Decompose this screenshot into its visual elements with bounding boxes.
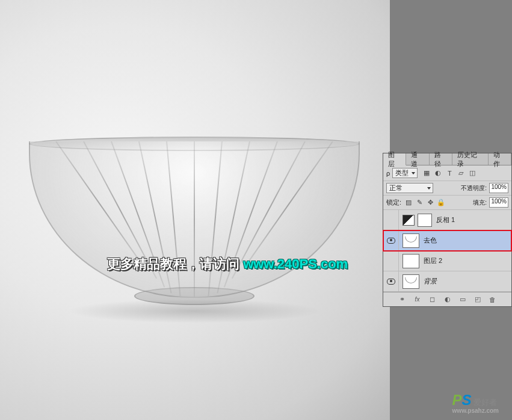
bowl-body: [29, 141, 360, 298]
shape-filter-icon[interactable]: ▱: [457, 168, 465, 178]
layer-item-layer2[interactable]: 图层 2: [383, 251, 511, 271]
visibility-toggle[interactable]: [383, 251, 399, 271]
trash-icon[interactable]: 🗑: [488, 295, 498, 304]
text-filter-icon[interactable]: T: [445, 168, 454, 178]
layer-name[interactable]: 图层 2: [422, 256, 511, 265]
blend-mode-dropdown[interactable]: 正常: [386, 183, 433, 193]
adjustment-icon[interactable]: ◐: [443, 295, 452, 304]
layer-item-desaturate[interactable]: 去色: [383, 230, 511, 251]
layer-mask-thumb[interactable]: [418, 214, 432, 227]
layer-item-background[interactable]: 背景: [383, 271, 511, 292]
layer-name[interactable]: 去色: [422, 236, 511, 245]
lock-row: 锁定: ▨ ✎ ✥ 🔒 填充: 100%: [383, 196, 511, 210]
opacity-input[interactable]: 100%: [489, 183, 508, 193]
visibility-toggle[interactable]: [383, 230, 399, 250]
bowl-shadow: [68, 299, 321, 323]
canvas-workspace[interactable]: 更多精品教程，请访问 www.240PS.com: [0, 0, 390, 420]
layers-list: 反相 1 去色 图层 2 背景: [383, 210, 511, 292]
panel-footer: ⚭ fx ◻ ◐ ▭ ◰ 🗑: [383, 292, 511, 306]
bowl-ridges: [30, 141, 359, 297]
eye-icon: [387, 279, 395, 285]
tab-channels[interactable]: 通道: [406, 153, 429, 165]
layers-panel: 图层 通道 路径 历史记录 动作 ρ 类型 ▦ ◐ T ▱ ◫ 正常 不透明度:…: [383, 153, 512, 307]
image-filter-icon[interactable]: ▦: [422, 168, 431, 178]
visibility-toggle[interactable]: [383, 210, 399, 230]
blend-row: 正常 不透明度: 100%: [383, 181, 511, 196]
fill-label: 填充:: [473, 199, 487, 207]
layer-thumb[interactable]: [403, 254, 419, 268]
filter-type-dropdown[interactable]: 类型: [392, 168, 418, 178]
layer-name[interactable]: 背景: [422, 277, 511, 286]
lock-position-icon[interactable]: ✥: [425, 198, 435, 208]
logo-s: S: [462, 392, 472, 408]
layer-item-invert[interactable]: 反相 1: [383, 210, 511, 230]
tab-paths[interactable]: 路径: [430, 153, 452, 165]
tab-actions[interactable]: 动作: [489, 153, 511, 165]
layer-name[interactable]: 反相 1: [435, 215, 511, 224]
logo-p: P: [452, 392, 462, 408]
fill-input[interactable]: 100%: [489, 197, 508, 208]
adjustment-thumb-icon: [403, 215, 415, 226]
lock-transparency-icon[interactable]: ▨: [404, 198, 413, 208]
lock-label: 锁定:: [386, 198, 401, 207]
visibility-toggle[interactable]: [383, 271, 399, 291]
eye-icon: [387, 238, 395, 244]
logo-site: www.psahz.com: [452, 407, 499, 414]
adjustment-filter-icon[interactable]: ◐: [434, 168, 442, 178]
tab-layers[interactable]: 图层: [383, 153, 406, 165]
logo-sub: 爱好者: [473, 398, 497, 407]
bowl-image: [29, 141, 360, 328]
filter-row: ρ 类型 ▦ ◐ T ▱ ◫: [383, 165, 511, 181]
layer-thumb[interactable]: [403, 274, 419, 289]
watermark-prefix: 更多精品教程，请访问: [107, 256, 243, 271]
new-layer-icon[interactable]: ◰: [473, 295, 483, 304]
opacity-label: 不透明度:: [461, 184, 487, 193]
lock-pixels-icon[interactable]: ✎: [415, 198, 424, 208]
tab-history[interactable]: 历史记录: [452, 153, 489, 165]
watermark-logo: PS爱好者 www.psahz.com: [452, 392, 499, 414]
link-icon[interactable]: ⚭: [398, 295, 407, 304]
panel-tabs: 图层 通道 路径 历史记录 动作: [383, 153, 511, 165]
layer-thumb[interactable]: [403, 233, 419, 248]
lock-all-icon[interactable]: 🔒: [436, 198, 446, 208]
fx-icon[interactable]: fx: [413, 295, 422, 304]
filter-icons: ▦ ◐ T ▱ ◫: [422, 168, 477, 178]
group-icon[interactable]: ▭: [458, 295, 467, 304]
mask-icon[interactable]: ◻: [428, 295, 437, 304]
smart-filter-icon[interactable]: ◫: [468, 168, 477, 178]
lock-icons: ▨ ✎ ✥ 🔒: [404, 198, 446, 208]
watermark-text: 更多精品教程，请访问 www.240PS.com: [107, 255, 348, 273]
watermark-url: www.240PS.com: [243, 256, 348, 271]
